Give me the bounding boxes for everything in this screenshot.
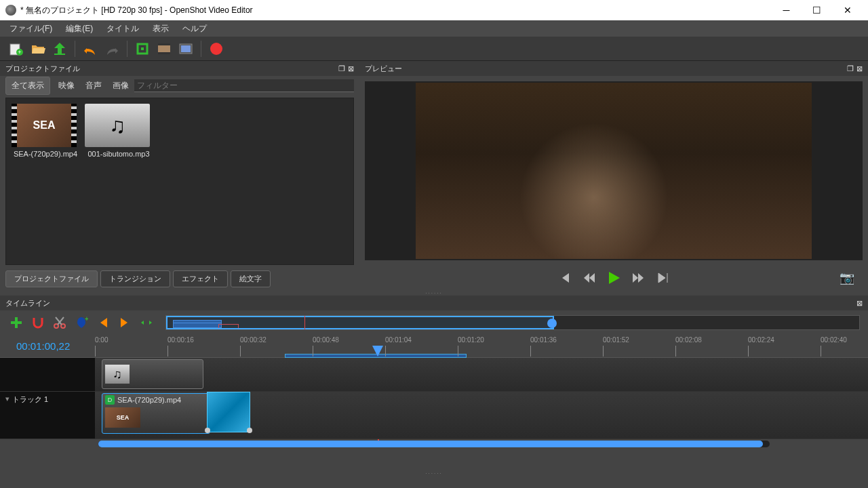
preview-title: プレビュー [365,64,402,74]
svg-rect-10 [181,45,191,52]
main-toolbar: + [0,37,868,61]
titlebar: * 無名のプロジェクト [HD 720p 30 fps] - OpenShot … [0,0,868,20]
app-logo-icon [5,5,16,16]
save-project-icon[interactable] [50,39,69,58]
tab-emoji[interactable]: 絵文字 [231,270,271,287]
file-name: SEA-(720p29).mp4 [12,150,79,158]
track-label[interactable] [0,358,95,391]
undo-icon[interactable] [81,39,100,58]
file-item[interactable]: ♫ 001-sibutomo.mp3 [85,104,153,158]
ruler-tick: 00:00:48 [313,336,339,344]
skip-end-icon[interactable] [654,270,671,286]
menu-help[interactable]: ヘルプ [176,22,214,36]
next-marker-icon[interactable] [117,314,133,331]
panel-popout-icon[interactable]: ❐ [338,64,345,73]
project-files-title: プロジェクトファイル [5,64,80,74]
file-item[interactable]: SEA SEA-(720p29).mp4 [12,104,79,158]
export-icon[interactable] [207,39,226,58]
svg-rect-5 [141,47,144,50]
filter-input[interactable] [134,79,354,92]
timeline-panel: タイムライン ⊠ + 00:01:00,22 0:0000:00:1600:00… [0,296,868,476]
project-files-area[interactable]: SEA SEA-(720p29).mp4 ♫ 001-sibutomo.mp3 [5,98,354,265]
open-project-icon[interactable] [28,39,47,58]
preview-viewport[interactable] [365,81,863,260]
ruler-tick: 00:00:32 [240,336,267,344]
timeline-scrollbar[interactable] [98,441,770,447]
maximize-button[interactable]: ☐ [802,1,832,20]
new-project-icon[interactable]: + [7,39,26,58]
svg-rect-8 [158,52,170,54]
svg-text:+: + [18,49,21,56]
add-track-icon[interactable] [8,314,24,331]
track-label[interactable]: ▾トラック 1 [0,392,95,439]
ruler-tick: 00:01:20 [458,336,484,344]
filter-all-button[interactable]: 全て表示 [5,77,50,95]
ruler-tick: 0:00 [95,336,108,344]
ruler-tick: 00:01:36 [530,336,557,344]
panel-close-icon[interactable]: ⊠ [348,64,354,73]
track-row: ♫ [0,358,868,392]
panel-close-icon[interactable]: ⊠ [856,299,863,307]
video-thumb-icon: SEA [12,104,77,147]
ruler-tick: 00:00:16 [167,336,194,344]
project-files-panel: プロジェクトファイル ❐⊠ 全て表示 映像 音声 画像 SEA SEA-(720… [0,61,359,290]
panel-close-icon[interactable]: ⊠ [856,64,863,73]
video-clip[interactable]: D SEA-(720p29).mp4 SEA [102,393,210,434]
menubar: ファイル(F) 編集(E) タイトル 表示 ヘルプ [0,20,868,37]
transition-clip[interactable] [207,392,250,432]
ruler-tick: 00:01:04 [385,336,412,344]
window-title: * 無名のプロジェクト [HD 720p 30 fps] - OpenShot … [20,5,771,16]
svg-text:+: + [85,316,88,323]
menu-edit[interactable]: 編集(E) [59,22,100,36]
preview-panel: プレビュー ❐⊠ 📷 [359,61,868,290]
import-icon[interactable] [133,39,152,58]
tracks-area: ♫ ▾トラック 1 D SEA-(720p29).mp4 SEA [0,358,868,470]
tab-project-files[interactable]: プロジェクトファイル [5,270,98,287]
menu-view[interactable]: 表示 [146,22,176,36]
panel-resize-grip[interactable]: ······ [0,470,868,476]
redo-icon[interactable] [102,39,121,58]
razor-icon[interactable] [52,314,68,331]
current-time: 00:01:00,22 [0,340,95,352]
ruler-tick: 00:01:52 [603,336,629,344]
file-name: 001-sibutomo.mp3 [85,150,153,158]
clip-label: SEA-(720p29).mp4 [117,396,181,404]
fullscreen-icon[interactable] [176,39,195,58]
skip-start-icon[interactable] [557,270,573,286]
close-button[interactable]: ✕ [832,1,863,20]
svg-rect-3 [54,54,65,55]
prev-marker-icon[interactable] [95,314,111,331]
ruler-tick: 00:02:08 [675,336,702,344]
overview-playhead-icon[interactable] [547,319,557,328]
minimize-button[interactable]: ─ [771,1,802,20]
filter-audio-button[interactable]: 音声 [80,77,107,94]
tab-transitions[interactable]: トランジション [100,270,170,287]
video-frame [416,83,812,259]
clip-badge: D [105,395,115,405]
audio-clip-thumb-icon: ♫ [105,365,130,384]
snap-icon[interactable] [30,314,46,331]
snapshot-icon[interactable]: 📷 [840,270,854,285]
profile-icon[interactable] [155,39,174,58]
center-playhead-icon[interactable] [138,314,155,331]
svg-rect-7 [158,43,170,45]
ruler-tick: 00:02:24 [748,336,774,344]
audio-clip[interactable]: ♫ [102,359,203,389]
timeline-ruler[interactable]: 00:01:00,22 0:0000:00:1600:00:3200:00:48… [0,335,868,358]
timeline-overview[interactable] [165,315,860,330]
ruler-tick: 00:02:40 [821,336,847,344]
filter-image-button[interactable]: 画像 [107,77,134,94]
rewind-icon[interactable] [581,270,597,286]
panel-popout-icon[interactable]: ❐ [847,64,854,73]
menu-title[interactable]: タイトル [100,22,146,36]
menu-file[interactable]: ファイル(F) [3,22,59,36]
marker-icon[interactable]: + [73,314,90,331]
play-icon[interactable] [606,270,622,286]
svg-point-11 [210,43,222,55]
panel-resize-grip[interactable]: ······ [0,290,868,296]
video-clip-thumb-icon: SEA [105,407,140,428]
audio-thumb-icon: ♫ [85,104,150,147]
tab-effects[interactable]: エフェクト [173,270,228,287]
filter-video-button[interactable]: 映像 [53,77,80,94]
fast-forward-icon[interactable] [630,270,646,286]
